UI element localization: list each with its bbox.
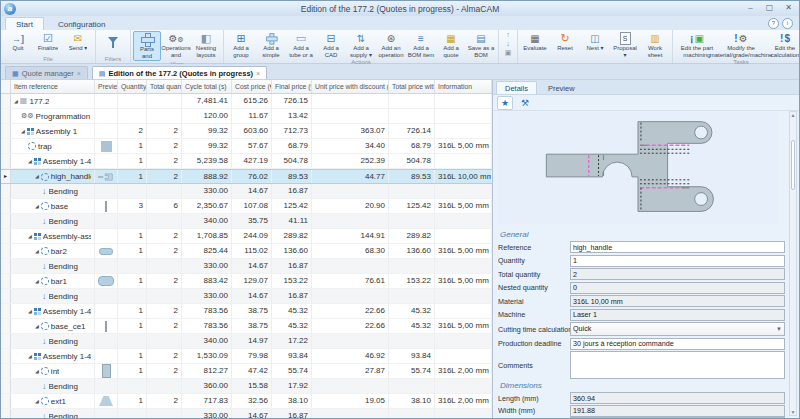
material-field[interactable]	[570, 295, 785, 307]
nested-quantity-field[interactable]	[570, 282, 785, 294]
maximize-button[interactable]: ▢	[761, 3, 778, 14]
work-sheet-button[interactable]: ▥Work sheet	[640, 31, 670, 58]
column-header-tqty[interactable]: Total quantity	[147, 80, 182, 93]
column-header-cost[interactable]: Cost price (€)	[232, 80, 272, 93]
item-button[interactable]: ↑	[502, 31, 514, 39]
add-an-operation-button[interactable]: ⊛Add an operation	[376, 31, 406, 59]
row-selector[interactable]	[1, 94, 11, 108]
panel-scrollbar[interactable]: ▲ ▼	[789, 111, 797, 416]
expand-triangle-icon[interactable]: ◢	[35, 365, 39, 378]
tree-row-assembly-1-48[interactable]: ◢Assembly 1-48121,530.0979.9893.8446.929…	[1, 349, 492, 364]
row-selector[interactable]	[1, 154, 11, 168]
tree-row-trap[interactable]: trap1299.3257.6768.7934.4068.79316L 5,00…	[1, 139, 492, 154]
length-mm-field[interactable]	[570, 392, 785, 404]
add-a-cad-assembly-button[interactable]: ⊟Add a CAD assembly ▾	[316, 31, 346, 59]
add-a-bom-item-button[interactable]: ≡Add a BOM item	[406, 31, 436, 59]
row-selector[interactable]	[1, 319, 11, 333]
quantity-field[interactable]	[570, 255, 785, 267]
item-button[interactable]: ↓	[502, 40, 514, 48]
tree-row-bending[interactable]: ↓Bending330.0014.6716.87	[1, 409, 492, 418]
machine-field[interactable]	[570, 309, 785, 321]
close-tab-icon[interactable]: ×	[77, 70, 81, 77]
expand-triangle-icon[interactable]: ◢	[35, 275, 39, 288]
save-as-a-bom-button[interactable]: ▤Save as a BOM	[466, 31, 496, 59]
add-a-tube-or-a-profile-button[interactable]: ▭Add a tube or a profile ▾	[286, 31, 316, 59]
tree-row-programmation[interactable]: ⚙⚙Programmation120.0011.6713.42	[1, 109, 492, 124]
tree-row-base[interactable]: ◢base362,350.67107.08125.4220.90125.4231…	[1, 199, 492, 214]
info-icon[interactable]: i	[782, 18, 793, 29]
row-selector[interactable]	[1, 334, 11, 348]
tree-row-assembly-1[interactable]: ◢Assembly 12299.32603.60712.73363.07726.…	[1, 124, 492, 139]
nesting-layouts-button[interactable]: ◧Nesting layouts	[191, 31, 221, 61]
row-selector[interactable]: ▸	[1, 170, 11, 183]
reference-field[interactable]	[570, 241, 785, 253]
finalize-button[interactable]: ☑Finalize	[33, 31, 63, 56]
row-selector[interactable]	[1, 364, 11, 378]
expand-triangle-icon[interactable]: ◢	[21, 125, 25, 138]
row-selector[interactable]	[1, 124, 11, 138]
reset-button[interactable]: ↻Reset	[550, 31, 580, 58]
tree-row-bending[interactable]: ↓Bending330.0014.6716.87	[1, 184, 492, 199]
tab-details[interactable]: Details	[496, 81, 537, 94]
column-header-cycle[interactable]: Cycle total (s)	[182, 80, 232, 93]
row-selector[interactable]	[1, 109, 11, 123]
quit-button[interactable]: →]Quit	[3, 31, 33, 56]
edit-the-calculation-modes-button[interactable]: !$Edit the calculation modes	[763, 31, 800, 59]
expand-triangle-icon[interactable]: ◢	[35, 170, 39, 183]
evaluate-button[interactable]: ▦Evaluate	[520, 31, 550, 58]
item-button[interactable]: ▣	[502, 49, 514, 57]
add-a-supply-button[interactable]: ⇅Add a supply ▾	[346, 31, 376, 59]
add-a-simple-part-button[interactable]: Add a simple part ▾	[256, 31, 286, 59]
column-header-qty[interactable]: Quantity	[118, 80, 147, 93]
tab-quote-manager[interactable]: ▦ Quote manager ×	[5, 66, 88, 79]
expand-triangle-icon[interactable]: ◢	[35, 245, 39, 258]
add-a-quote-item-button[interactable]: ▦Add a quote item	[436, 31, 466, 59]
close-button[interactable]: ✕	[780, 3, 797, 14]
row-selector[interactable]	[1, 184, 11, 198]
expand-triangle-icon[interactable]: ◢	[14, 95, 18, 108]
tab-configuration[interactable]: Configuration	[48, 18, 116, 30]
tree-row-assembly-assm25[interactable]: ◢Assembly-assm25121,708.85244.09289.8214…	[1, 229, 492, 244]
row-selector[interactable]	[1, 139, 11, 153]
tree-row-bending[interactable]: ↓Bending330.0014.6716.87	[1, 259, 492, 274]
add-a-group-button[interactable]: ⊞Add a group	[226, 31, 256, 59]
row-selector[interactable]	[1, 214, 11, 228]
tree-row-bar2[interactable]: ◢bar212825.44115.02136.6068.30136.60316L…	[1, 244, 492, 259]
scrollbar-thumb[interactable]	[791, 140, 795, 190]
column-header-total[interactable]: Total price with discount (€)	[389, 80, 435, 93]
total-quantity-field[interactable]	[570, 268, 785, 280]
help-icon[interactable]: ?	[768, 18, 779, 29]
tree-row-ext1[interactable]: ◢ext112717.8332.5638.1019.0538.10316L 2,…	[1, 394, 492, 409]
expand-triangle-icon[interactable]: ◢	[28, 350, 32, 363]
minimize-button[interactable]: –	[742, 3, 759, 14]
tree-row-assembly-1-4[interactable]: ◢Assembly 1-4125,239.58427.19504.78252.3…	[1, 154, 492, 169]
tree-row-high-handle[interactable]: ▸◢high_handle12888.9276.0289.5344.7789.5…	[1, 169, 492, 184]
parts-and-tubes-button[interactable]: Parts and tubes	[133, 31, 161, 61]
row-selector[interactable]	[1, 379, 11, 393]
production-deadline-field[interactable]	[570, 338, 785, 350]
proposal-button[interactable]: SProposal ▾	[610, 31, 640, 58]
row-selector[interactable]	[1, 199, 11, 213]
expand-triangle-icon[interactable]: ◢	[35, 200, 39, 213]
expand-triangle-icon[interactable]: ◢	[28, 155, 32, 168]
tools-icon[interactable]: ⚒	[517, 96, 533, 110]
tab-start[interactable]: Start	[5, 17, 44, 30]
tab-edition-quote[interactable]: ▤ Edition of the 177.2 (Quotes in progre…	[92, 66, 267, 79]
tree-row-bending[interactable]: ↓Bending340.0014.9717.22	[1, 334, 492, 349]
column-header-info[interactable]: Information	[435, 80, 492, 93]
row-selector[interactable]	[1, 259, 11, 273]
tab-preview[interactable]: Preview	[540, 82, 583, 94]
comments-textarea[interactable]	[570, 351, 785, 379]
row-selector[interactable]	[1, 274, 11, 288]
favorite-star-icon[interactable]: ★	[497, 96, 513, 110]
tree-row-bending[interactable]: ↓Bending340.0035.7541.11	[1, 214, 492, 229]
tree-row-bar1[interactable]: ◢bar112883.42129.07153.2276.61153.22316L…	[1, 274, 492, 289]
tree-row-int[interactable]: ◢int12812.2747.4255.7427.8755.74316L 2,0…	[1, 364, 492, 379]
column-header-unit[interactable]: Unit price with discount (€)	[312, 80, 389, 93]
row-selector[interactable]	[1, 229, 11, 243]
expand-triangle-icon[interactable]: ◢	[28, 230, 32, 243]
tree-row-bending[interactable]: ↓Bending330.0014.6716.87	[1, 289, 492, 304]
row-selector[interactable]	[1, 304, 11, 318]
modify-the-material-grade-machine-button[interactable]: !⚙Modify the material/grade/machine	[719, 31, 763, 59]
cutting-time-calculation-mode-select[interactable]: Quick▼	[570, 322, 785, 336]
